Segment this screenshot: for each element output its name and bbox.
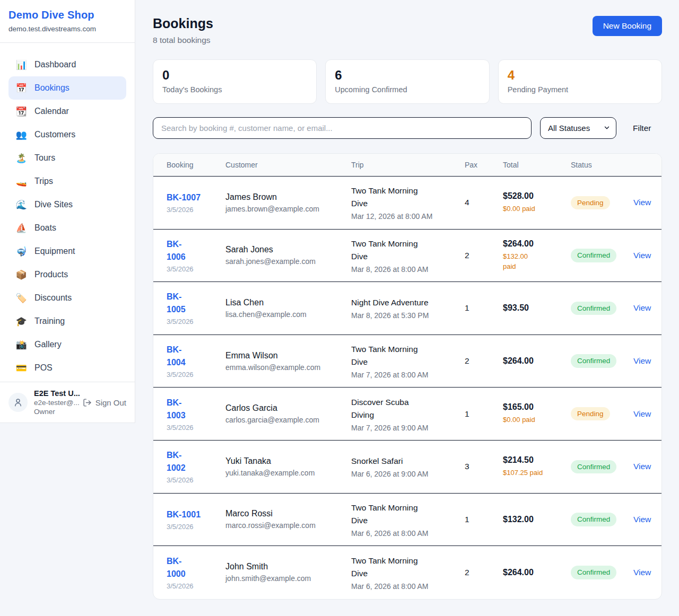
view-link[interactable]: View	[633, 568, 651, 577]
stat-value: 4	[508, 68, 652, 83]
sidebar-item-label: POS	[34, 363, 53, 373]
stat-label: Today's Bookings	[162, 85, 307, 94]
graduation-cap-icon: 🎓	[15, 317, 28, 326]
trip-cell: Two Tank Morning Dive Mar 6, 2026 at 8:0…	[351, 555, 465, 591]
sidebar-item-label: Training	[34, 316, 65, 326]
booking-number-link[interactable]: BK- 1005	[167, 291, 186, 316]
speedboat-icon: 🚤	[15, 177, 28, 186]
trip-date: Mar 7, 2026 at 9:00 AM	[351, 424, 460, 432]
booking-cell: BK- 1003 3/5/2026	[167, 397, 225, 432]
sidebar: Demo Dive Shop demo.test.divestreams.com…	[0, 0, 135, 423]
total-cell: $132.00	[503, 515, 571, 524]
booking-date: 3/5/2026	[167, 523, 221, 531]
pax-cell: 2	[465, 251, 503, 260]
trip-date: Mar 6, 2026 at 8:00 AM	[351, 582, 460, 591]
trip-title: Two Tank Morning Dive	[351, 501, 460, 527]
sign-out-button[interactable]: Sign Out	[83, 398, 126, 407]
view-link[interactable]: View	[633, 462, 651, 471]
customer-cell: Sarah Jones sarah.jones@example.com	[225, 245, 351, 266]
booking-number-link[interactable]: BK- 1003	[167, 397, 186, 422]
sidebar-item-tours[interactable]: 🏝️ Tours	[8, 146, 126, 170]
customer-name: Lisa Chen	[225, 298, 347, 307]
sidebar-item-bookings[interactable]: 📅 Bookings	[8, 76, 126, 100]
sidebar-item-trips[interactable]: 🚤 Trips	[8, 170, 126, 193]
view-link[interactable]: View	[633, 515, 651, 524]
sidebar-item-pos[interactable]: 💳 POS	[8, 356, 126, 380]
sidebar-item-dashboard[interactable]: 📊 Dashboard	[8, 53, 126, 76]
customer-cell: Marco Rossi marco.rossi@example.com	[225, 509, 351, 530]
people-icon: 👥	[15, 130, 28, 139]
total-cell: $264.00 $132.00 paid	[503, 239, 571, 272]
total-cell: $214.50 $107.25 paid	[503, 455, 571, 478]
status-select[interactable]: All Statuses	[540, 117, 616, 139]
sidebar-item-label: Customers	[34, 130, 75, 139]
total-amount: $93.50	[503, 303, 567, 313]
booking-number-link[interactable]: BK-1001	[167, 508, 201, 521]
new-booking-button[interactable]: New Booking	[593, 16, 662, 36]
user-avatar-icon	[13, 398, 23, 407]
view-link[interactable]: View	[633, 303, 651, 312]
sidebar-item-equipment[interactable]: 🤿 Equipment	[8, 240, 126, 263]
trip-title: Two Tank Morning Dive	[351, 184, 460, 210]
booking-number-link[interactable]: BK- 1002	[167, 449, 186, 474]
booking-date: 3/5/2026	[167, 424, 221, 432]
sidebar-item-boats[interactable]: ⛵ Boats	[8, 216, 126, 240]
booking-cell: BK- 1004 3/5/2026	[167, 344, 225, 379]
trip-date: Mar 12, 2026 at 8:00 AM	[351, 212, 460, 221]
status-cell: Pending	[571, 407, 633, 421]
total-amount: $264.00	[503, 356, 567, 366]
filter-button[interactable]: Filter	[629, 119, 655, 137]
label-tag-icon: 🏷️	[15, 294, 28, 303]
brand-block: Demo Dive Shop demo.test.divestreams.com	[0, 0, 135, 43]
view-link[interactable]: View	[633, 409, 651, 418]
brand-name: Demo Dive Shop	[8, 9, 126, 21]
sidebar-item-gallery[interactable]: 📸 Gallery	[8, 333, 126, 356]
view-link[interactable]: View	[633, 356, 651, 365]
booking-number-link[interactable]: BK- 1000	[167, 555, 186, 580]
avatar	[8, 393, 28, 412]
customer-email: lisa.chen@example.com	[225, 310, 347, 319]
action-cell: View	[633, 356, 648, 366]
customer-email: emma.wilson@example.com	[225, 363, 347, 372]
trip-cell: Two Tank Morning Dive Mar 12, 2026 at 8:…	[351, 184, 465, 221]
trip-title: Two Tank Morning Dive	[351, 343, 460, 368]
customer-email: marco.rossi@example.com	[225, 521, 347, 530]
status-cell: Confirmed	[571, 513, 633, 526]
sidebar-item-label: Gallery	[34, 340, 62, 349]
sidebar-nav: 📊 Dashboard 📅 Bookings 📆 Calendar 👥 Cust…	[0, 43, 135, 380]
trip-cell: Two Tank Morning Dive Mar 8, 2026 at 8:0…	[351, 237, 465, 274]
main-content: Bookings 8 total bookings New Booking 0 …	[135, 0, 679, 600]
page-subtitle: 8 total bookings	[153, 36, 213, 45]
customer-email: yuki.tanaka@example.com	[225, 469, 347, 477]
booking-date: 3/5/2026	[167, 318, 221, 325]
stat-value: 0	[162, 68, 307, 83]
search-input[interactable]	[153, 117, 532, 139]
view-link[interactable]: View	[633, 198, 651, 207]
customer-email: sarah.jones@example.com	[225, 257, 347, 266]
sidebar-item-discounts[interactable]: 🏷️ Discounts	[8, 286, 126, 310]
table-row: BK- 1003 3/5/2026 Carlos Garcia carlos.g…	[153, 388, 661, 441]
column-header-status: Status	[571, 161, 633, 169]
trip-title: Night Dive Adventure	[351, 296, 460, 309]
paid-amount: $132.00 paid	[503, 251, 567, 272]
total-amount: $214.50	[503, 455, 567, 465]
booking-number-link[interactable]: BK-1007	[167, 191, 201, 204]
sidebar-item-training[interactable]: 🎓 Training	[8, 310, 126, 333]
page-header-text: Bookings 8 total bookings	[153, 16, 213, 45]
sidebar-item-label: Calendar	[34, 107, 69, 116]
sidebar-item-products[interactable]: 📦 Products	[8, 263, 126, 286]
paid-amount: $0.00 paid	[503, 415, 567, 425]
view-link[interactable]: View	[633, 251, 651, 260]
booking-date: 3/5/2026	[167, 265, 221, 273]
sidebar-item-dive-sites[interactable]: 🌊 Dive Sites	[8, 193, 126, 216]
sidebar-item-label: Discounts	[34, 293, 72, 303]
status-badge: Confirmed	[571, 354, 616, 368]
user-name: E2E Test U...	[34, 389, 80, 398]
booking-number-link[interactable]: BK- 1006	[167, 238, 186, 263]
diving-mask-icon: 🤿	[15, 247, 28, 256]
booking-number-link[interactable]: BK- 1004	[167, 344, 186, 369]
customer-name: Sarah Jones	[225, 245, 347, 254]
page-title: Bookings	[153, 16, 213, 31]
sidebar-item-calendar[interactable]: 📆 Calendar	[8, 100, 126, 123]
sidebar-item-customers[interactable]: 👥 Customers	[8, 123, 126, 146]
